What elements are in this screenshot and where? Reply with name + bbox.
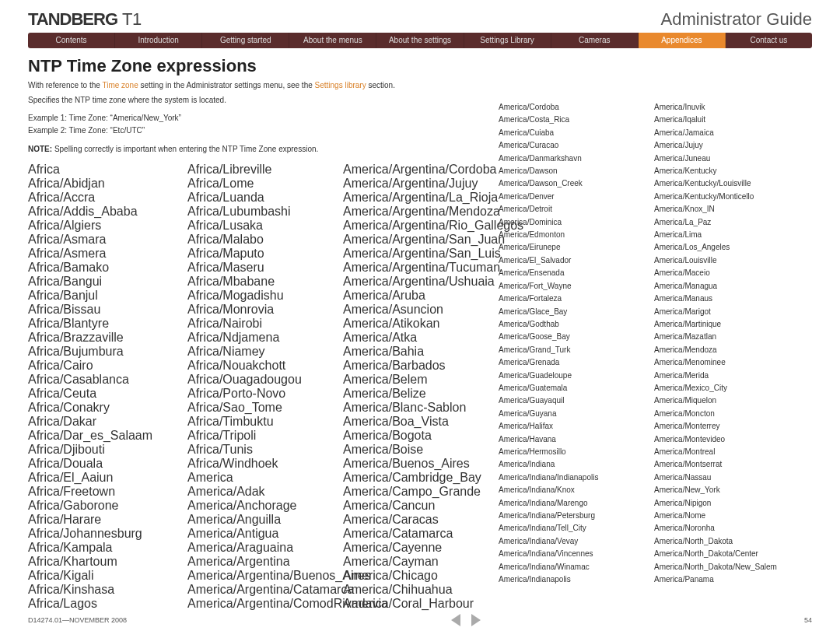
link-settingslib[interactable]: Settings library — [315, 81, 366, 89]
tz-entry: Africa/Accra — [28, 191, 184, 205]
tz-entry: America/Indianapolis — [499, 573, 654, 586]
tz-entry: America/Argentina/Mendoza — [343, 205, 499, 219]
tz-entry: Africa/Mogadishu — [187, 289, 343, 303]
tz-entry: America/Dominica — [499, 216, 654, 229]
brand-model: T1 — [122, 9, 142, 29]
tz-entry: America/Argentina/ComodRivadavia — [187, 597, 343, 611]
pager — [451, 614, 481, 626]
tz-entry: Africa/Djibouti — [28, 443, 184, 457]
tz-entry: America/Cancun — [343, 499, 499, 513]
tz-entry: America/Martinique — [654, 318, 810, 331]
tz-entry: Africa/Maseru — [187, 261, 343, 275]
next-page-icon[interactable] — [471, 614, 481, 626]
tz-entry: America/Guyana — [499, 408, 654, 420]
footer: D14274.01—NOVEMBER 2008 54 — [28, 614, 812, 626]
tz-entry: Africa/Khartoum — [28, 555, 184, 569]
tz-col-5: America/InuvikAmerica/IqaluitAmerica/Jam… — [654, 101, 810, 586]
intro-line1: With reference to the Time zone setting … — [28, 79, 812, 91]
brand: TANDBERGT1 — [28, 9, 142, 30]
tz-entry: America/Argentina — [187, 555, 343, 569]
tz-entry: America/Indiana/Vincennes — [499, 548, 654, 560]
tz-entry: America/Adak — [187, 485, 343, 499]
tz-entry: America/Miquelon — [654, 394, 810, 407]
nav-introduction[interactable]: Introduction — [115, 33, 202, 48]
tz-entry: America/Kentucky/Monticello — [654, 191, 810, 203]
tz-entry: America/Indiana/Winamac — [499, 561, 654, 573]
tz-entry: America/Godthab — [499, 318, 654, 331]
tz-entry: America/Eirunepe — [499, 241, 654, 254]
tz-entry: America/Montevideo — [654, 433, 810, 446]
nav-settings-library[interactable]: Settings Library — [464, 33, 551, 48]
tz-entry: Africa/Douala — [28, 457, 184, 471]
tz-entry: America/Glace_Bay — [499, 306, 654, 318]
prev-page-icon[interactable] — [451, 614, 460, 626]
tz-entry: Africa/Bissau — [28, 303, 184, 317]
tz-entry: Africa/Algiers — [28, 219, 184, 233]
tz-entry: Africa/Harare — [28, 513, 184, 527]
tz-entry: America/Indiana/Tell_City — [499, 522, 654, 535]
nav-appendices[interactable]: Appendices — [639, 33, 726, 48]
tz-entry: America/Atikokan — [343, 317, 499, 331]
brand-name: TANDBERG — [28, 9, 117, 29]
tz-entry: America/Mazatlan — [654, 331, 810, 343]
tz-entry: Africa/Bamako — [28, 261, 184, 275]
tz-entry: America/Nassau — [654, 471, 810, 484]
tz-entry: America/Guayaquil — [499, 394, 654, 407]
tz-entry: America/Anguilla — [187, 513, 343, 527]
nav-contact-us[interactable]: Contact us — [726, 33, 812, 48]
nav-about-the-settings[interactable]: About the settings — [376, 33, 464, 48]
tz-entry: America/Iqaluit — [654, 114, 810, 126]
tz-entry: America/Lima — [654, 229, 810, 241]
tz-col-2: Africa/LibrevilleAfrica/LomeAfrica/Luand… — [187, 163, 343, 611]
tz-entry: Africa/Gaborone — [28, 499, 184, 513]
tz-entry: America/Aruba — [343, 289, 499, 303]
tz-entry: America/Bahia — [343, 345, 499, 359]
tz-entry: America/Indiana/Indianapolis — [499, 471, 654, 484]
tz-entry: America/Anchorage — [187, 499, 343, 513]
tz-entry: America/Fortaleza — [499, 293, 654, 305]
tz-entry: America/Cayman — [343, 555, 499, 569]
tz-entry: America/Denver — [499, 191, 654, 203]
tz-entry: America/Fort_Wayne — [499, 280, 654, 293]
tz-entry: America/Araguaina — [187, 541, 343, 555]
link-timezone[interactable]: Time zone — [102, 81, 138, 89]
tz-entry: America/Havana — [499, 433, 654, 446]
tz-entry: Africa/Porto-Novo — [187, 387, 343, 401]
tz-entry: America/Argentina/Tucuman — [343, 261, 499, 275]
tz-entry: Africa — [28, 163, 184, 177]
tz-entry: America/Boise — [343, 443, 499, 457]
tz-entry: Africa/Asmera — [28, 247, 184, 261]
tz-entry: Africa/Mbabane — [187, 275, 343, 289]
nav-contents[interactable]: Contents — [28, 33, 115, 48]
tz-entry: America/Caracas — [343, 513, 499, 527]
tz-entry: Africa/Bujumbura — [28, 345, 184, 359]
tz-entry: America/Indiana — [499, 458, 654, 471]
tz-entry: America/Buenos_Aires — [343, 457, 499, 471]
tz-entry: America/Knox_IN — [654, 203, 810, 216]
nav-cameras[interactable]: Cameras — [551, 33, 639, 48]
tz-col-3: America/Argentina/CordobaAmerica/Argenti… — [343, 163, 499, 611]
doc-title: Administrator Guide — [661, 9, 812, 30]
tz-entry: America/Nome — [654, 510, 810, 522]
nav-bar: ContentsIntroductionGetting startedAbout… — [28, 33, 812, 48]
tz-entry: America/Louisville — [654, 254, 810, 267]
nav-getting-started[interactable]: Getting started — [202, 33, 289, 48]
tz-entry: Africa/Lome — [187, 177, 343, 191]
tz-entry: America/Indiana/Petersburg — [499, 510, 654, 522]
tz-entry: America/Argentina/Jujuy — [343, 177, 499, 191]
tz-entry: America/Argentina/La_Rioja — [343, 191, 499, 205]
tz-entry: America/Guadeloupe — [499, 370, 654, 382]
tz-entry: Africa/Brazzaville — [28, 331, 184, 345]
tz-entry: America/Halifax — [499, 420, 654, 433]
tz-entry: America/Atka — [343, 331, 499, 345]
tz-entry: America/Mendoza — [654, 344, 810, 356]
tz-entry: Africa/Sao_Tome — [187, 401, 343, 415]
footer-docid: D14274.01—NOVEMBER 2008 — [28, 616, 127, 624]
tz-entry: America/Costa_Rica — [499, 114, 654, 126]
tz-entry: Africa/Lubumbashi — [187, 205, 343, 219]
tz-entry: America/Grenada — [499, 356, 654, 369]
tz-entry: America — [187, 471, 343, 485]
tz-entry: Africa/Addis_Ababa — [28, 205, 184, 219]
nav-about-the-menus[interactable]: About the menus — [289, 33, 376, 48]
tz-entry: America/Argentina/San_Luis — [343, 247, 499, 261]
